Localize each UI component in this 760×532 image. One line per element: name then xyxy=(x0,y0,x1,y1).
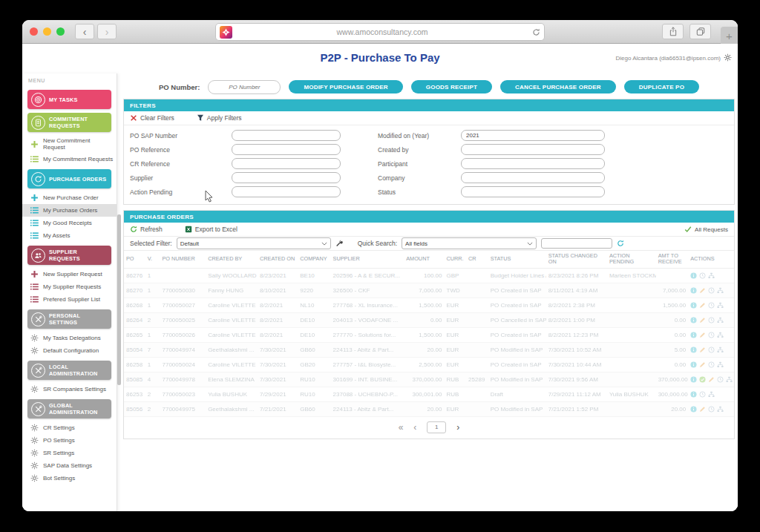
workflow-action-icon[interactable] xyxy=(717,332,724,338)
column-header-v[interactable]: V. xyxy=(145,251,160,268)
sidebar-item-new-commitment-request[interactable]: New Commitment Request xyxy=(22,135,117,153)
workflow-action-icon[interactable] xyxy=(717,287,724,294)
po-link[interactable]: 86264 xyxy=(124,312,145,327)
history-action-icon[interactable] xyxy=(708,332,715,338)
history-action-icon[interactable] xyxy=(708,317,715,324)
details-action-icon[interactable] xyxy=(690,391,697,398)
history-action-icon[interactable] xyxy=(708,287,715,294)
po-reference-input[interactable] xyxy=(232,144,341,155)
zoom-window-button[interactable] xyxy=(56,27,65,36)
apply-filters-button[interactable]: Apply Filters xyxy=(197,114,242,122)
po-link[interactable]: 85054 xyxy=(124,342,145,357)
new-tab-button[interactable]: + xyxy=(721,27,738,45)
sidebar-item-new-purchase-order[interactable]: New Purchase Order xyxy=(22,191,117,204)
cr-reference-input[interactable] xyxy=(232,158,341,169)
share-button[interactable] xyxy=(662,24,684,39)
po-link[interactable]: 86276 xyxy=(124,268,145,283)
workflow-action-icon[interactable] xyxy=(717,406,724,413)
sidebar-section-local-administration[interactable]: LOCAL ADMINISTRATION xyxy=(27,361,111,380)
minimize-window-button[interactable] xyxy=(43,27,51,36)
pagination-first-button[interactable]: « xyxy=(399,423,404,432)
participant-input[interactable] xyxy=(461,158,605,169)
po-link[interactable]: 86258 xyxy=(124,357,145,372)
po-link[interactable]: 85056 xyxy=(124,401,145,416)
sidebar-item-my-commitment-requests[interactable]: My Commitment Requests xyxy=(22,153,117,165)
po-link[interactable]: 85085 xyxy=(124,372,145,387)
details-action-icon[interactable] xyxy=(690,332,697,338)
workflow-action-icon[interactable] xyxy=(717,347,724,353)
details-action-icon[interactable] xyxy=(690,302,697,309)
workflow-action-icon[interactable] xyxy=(708,391,715,398)
history-action-icon[interactable] xyxy=(708,302,715,309)
details-action-icon[interactable] xyxy=(690,272,697,279)
pagination-next-button[interactable]: › xyxy=(456,423,459,432)
sidebar-item-cr-settings[interactable]: CR Settings xyxy=(22,421,117,434)
clear-filters-button[interactable]: Clear Filters xyxy=(130,114,174,122)
workflow-action-icon[interactable] xyxy=(717,302,724,309)
edit-action-icon[interactable] xyxy=(699,332,706,338)
sidebar-item-sr-settings[interactable]: SR Settings xyxy=(22,447,117,459)
filter-settings-wrench-icon[interactable] xyxy=(335,240,343,247)
workflow-action-icon[interactable] xyxy=(717,317,724,324)
modified-on-year-input[interactable] xyxy=(461,130,605,141)
edit-action-icon[interactable] xyxy=(699,302,706,309)
details-action-icon[interactable] xyxy=(690,376,697,383)
po-link[interactable]: 86265 xyxy=(124,327,145,342)
user-settings-gear-icon[interactable] xyxy=(724,53,732,63)
sidebar-section-commitment-requests[interactable]: COMMITMENT REQUESTS xyxy=(27,113,111,132)
po-link[interactable]: 86270 xyxy=(124,283,145,298)
sidebar-section-my-tasks[interactable]: MY TASKS xyxy=(27,90,111,109)
column-header-cr[interactable]: CR xyxy=(466,251,488,268)
po-number-input[interactable] xyxy=(208,80,281,94)
approve-action-icon[interactable] xyxy=(699,376,706,383)
export-to-excel-button[interactable]: Export to Excel xyxy=(185,226,238,233)
quick-search-refresh-icon[interactable] xyxy=(617,240,624,247)
close-window-button[interactable] xyxy=(30,27,38,36)
sidebar-section-purchase-orders[interactable]: PURCHASE ORDERS xyxy=(27,169,111,188)
history-action-icon[interactable] xyxy=(708,361,715,368)
workflow-action-icon[interactable] xyxy=(717,361,724,368)
history-action-icon[interactable] xyxy=(708,347,715,353)
company-input[interactable] xyxy=(461,172,605,183)
column-header-amount[interactable]: AMOUNT xyxy=(404,251,444,268)
column-header-amt-to-receive[interactable]: AMT TO RECEIVE xyxy=(656,251,689,268)
pagination-prev-button[interactable]: ‹ xyxy=(413,423,416,432)
modify-purchase-order-button[interactable]: MODIFY PURCHASE ORDER xyxy=(289,80,402,93)
column-header-status[interactable]: STATUS xyxy=(488,251,546,268)
column-header-created-on[interactable]: CREATED ON xyxy=(258,251,298,268)
sidebar-section-global-administration[interactable]: GLOBAL ADMINISTRATION xyxy=(27,399,111,418)
column-header-status-changed-on[interactable]: STATUS CHANGED ON xyxy=(546,251,607,268)
history-action-icon[interactable] xyxy=(699,272,706,279)
duplicate-po-button[interactable]: DUPLICATE PO xyxy=(624,80,699,93)
workflow-action-icon[interactable] xyxy=(726,376,733,383)
edit-action-icon[interactable] xyxy=(699,361,706,368)
edit-action-icon[interactable] xyxy=(699,406,706,413)
details-action-icon[interactable] xyxy=(690,347,697,353)
edit-action-icon[interactable] xyxy=(699,287,706,294)
supplier-input[interactable] xyxy=(232,172,341,183)
edit-action-icon[interactable] xyxy=(699,317,706,324)
quick-search-input[interactable] xyxy=(541,238,612,249)
sidebar-item-sr-companies-settings[interactable]: SR Companies Settings xyxy=(22,383,117,395)
browser-forward-button[interactable]: › xyxy=(97,24,117,39)
sidebar-item-my-purchase-orders[interactable]: My Purchase Orders xyxy=(22,204,117,217)
sidebar-item-my-supplier-requests[interactable]: My Supplier Requests xyxy=(22,280,117,293)
column-header-supplier[interactable]: SUPPLIER xyxy=(331,251,404,268)
edit-action-icon[interactable] xyxy=(708,376,715,383)
sidebar-item-new-supplier-request[interactable]: New Supplier Request xyxy=(22,268,117,280)
action-pending-input[interactable] xyxy=(232,186,341,197)
all-requests-checkbox[interactable]: All Requests xyxy=(684,226,728,233)
column-header-po[interactable]: PO xyxy=(124,251,145,268)
workflow-action-icon[interactable] xyxy=(708,272,715,279)
created-by-input[interactable] xyxy=(461,144,605,155)
sidebar-item-po-settings[interactable]: PO Settings xyxy=(22,434,117,447)
pagination-current-page[interactable]: 1 xyxy=(427,421,446,433)
cancel-purchase-order-button[interactable]: CANCEL PURCHASE ORDER xyxy=(500,80,616,93)
browser-back-button[interactable]: ‹ xyxy=(75,24,94,39)
history-action-icon[interactable] xyxy=(708,406,715,413)
sidebar-item-prefered-supplier-list[interactable]: Prefered Supplier List xyxy=(22,293,117,306)
po-link[interactable]: 86268 xyxy=(124,298,145,312)
sidebar-item-my-tasks-delegations[interactable]: My Tasks Delegations xyxy=(22,332,117,344)
sidebar-item-my-good-receipts[interactable]: My Good Receipts xyxy=(22,217,117,229)
column-header-curr[interactable]: CURR. xyxy=(445,251,467,268)
